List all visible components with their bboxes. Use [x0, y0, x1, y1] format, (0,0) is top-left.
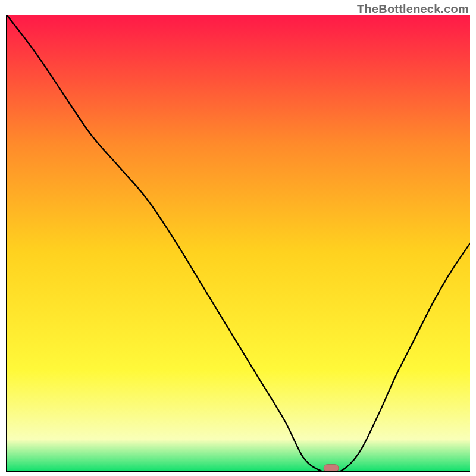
- watermark-text: TheBottleneck.com: [357, 2, 469, 16]
- gradient-background: [7, 15, 470, 471]
- optimal-marker: [324, 465, 339, 471]
- chart-axes-frame: [6, 15, 470, 472]
- bottleneck-chart: [7, 15, 470, 471]
